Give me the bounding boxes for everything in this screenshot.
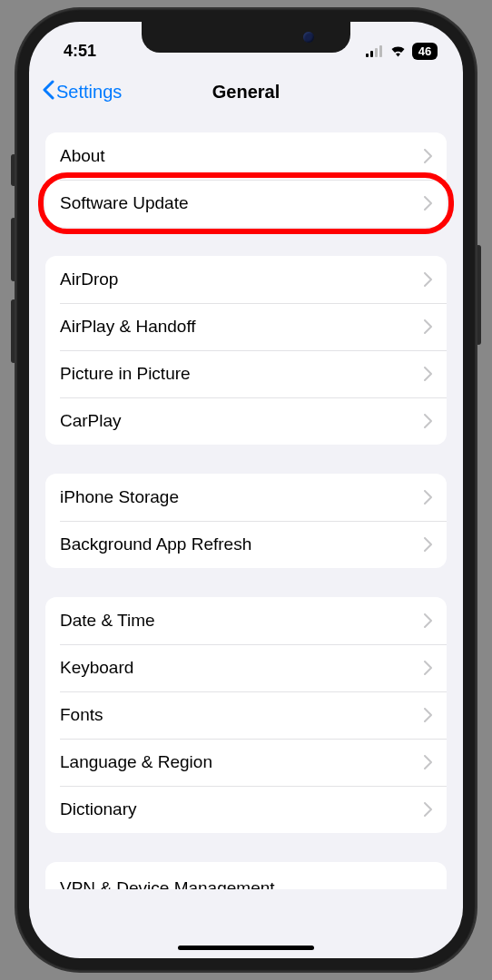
row-fonts[interactable]: Fonts: [45, 691, 447, 739]
row-airplay-handoff[interactable]: AirPlay & Handoff: [45, 303, 447, 350]
row-label: Language & Region: [60, 752, 212, 772]
chevron-right-icon: [424, 613, 432, 628]
chevron-right-icon: [424, 661, 432, 675]
row-keyboard[interactable]: Keyboard: [45, 644, 447, 691]
phone-frame: 4:51 46 Settings General About: [16, 9, 476, 971]
back-button[interactable]: Settings: [42, 80, 122, 104]
row-vpn-device-management[interactable]: VPN & Device Management: [45, 862, 447, 889]
svg-rect-3: [379, 45, 382, 57]
chevron-right-icon: [424, 367, 432, 381]
settings-group: AboutSoftware Update: [45, 132, 447, 227]
content-scroll[interactable]: AboutSoftware UpdateAirDropAirPlay & Han…: [29, 116, 463, 958]
row-airdrop[interactable]: AirDrop: [45, 256, 447, 303]
power-button: [476, 245, 481, 345]
row-carplay[interactable]: CarPlay: [45, 397, 447, 445]
chevron-right-icon: [424, 149, 432, 163]
row-iphone-storage[interactable]: iPhone Storage: [45, 474, 447, 521]
row-label: CarPlay: [60, 411, 122, 431]
row-language-region[interactable]: Language & Region: [45, 739, 447, 786]
status-time: 4:51: [64, 42, 96, 61]
notch: [142, 22, 350, 53]
row-label: About: [60, 146, 105, 166]
settings-group: iPhone StorageBackground App Refresh: [45, 474, 447, 568]
row-dictionary[interactable]: Dictionary: [45, 786, 447, 833]
row-date-time[interactable]: Date & Time: [45, 597, 447, 644]
status-right: 46: [366, 43, 438, 60]
screen: 4:51 46 Settings General About: [29, 22, 463, 958]
page-title: General: [212, 82, 280, 103]
chevron-right-icon: [424, 755, 432, 769]
home-indicator[interactable]: [178, 946, 314, 950]
chevron-right-icon: [424, 537, 432, 552]
front-camera: [303, 32, 314, 43]
cellular-icon: [366, 45, 384, 57]
chevron-right-icon: [424, 196, 432, 211]
chevron-right-icon: [424, 708, 432, 722]
row-about[interactable]: About: [45, 132, 447, 180]
row-label: Picture in Picture: [60, 364, 191, 384]
row-software-update[interactable]: Software Update: [45, 180, 447, 227]
row-label: Date & Time: [60, 611, 155, 631]
row-label: Dictionary: [60, 799, 136, 819]
chevron-right-icon: [424, 490, 432, 505]
wifi-icon: [389, 44, 407, 57]
row-label: Fonts: [60, 705, 103, 725]
settings-group: Date & TimeKeyboardFontsLanguage & Regio…: [45, 597, 447, 833]
chevron-right-icon: [424, 414, 432, 428]
svg-rect-1: [370, 51, 373, 57]
chevron-left-icon: [42, 80, 54, 104]
nav-bar: Settings General: [29, 67, 463, 116]
row-label: AirPlay & Handoff: [60, 317, 196, 337]
row-label: Software Update: [60, 193, 189, 213]
row-background-app-refresh[interactable]: Background App Refresh: [45, 521, 447, 568]
svg-rect-2: [375, 48, 378, 57]
row-label: VPN & Device Management: [60, 878, 275, 889]
chevron-right-icon: [424, 802, 432, 817]
row-label: iPhone Storage: [60, 487, 179, 507]
row-label: Background App Refresh: [60, 534, 251, 554]
chevron-right-icon: [424, 272, 432, 287]
row-label: AirDrop: [60, 270, 118, 289]
settings-group: AirDropAirPlay & HandoffPicture in Pictu…: [45, 256, 447, 445]
chevron-right-icon: [424, 319, 432, 334]
battery-badge: 46: [412, 43, 438, 60]
back-label: Settings: [56, 82, 122, 103]
row-picture-in-picture[interactable]: Picture in Picture: [45, 350, 447, 397]
row-label: Keyboard: [60, 658, 133, 678]
svg-rect-0: [366, 54, 369, 57]
settings-group: VPN & Device Management: [45, 862, 447, 889]
